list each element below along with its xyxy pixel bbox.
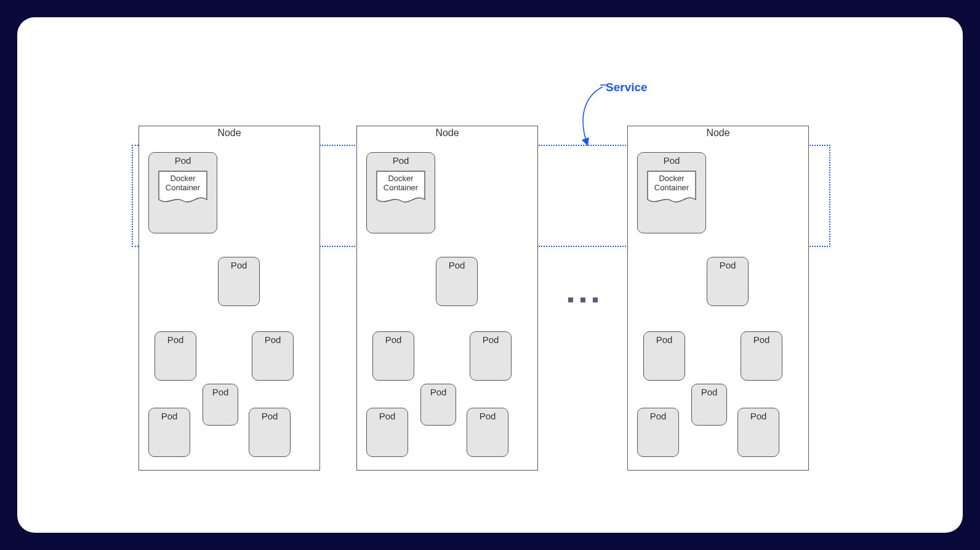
- service-arrow: [572, 84, 609, 152]
- pod: Pod: [249, 408, 291, 457]
- node-title: Node: [357, 127, 537, 139]
- pod: Pod: [637, 408, 679, 457]
- pod-label: Pod: [149, 411, 190, 421]
- pod: Pod: [372, 331, 414, 381]
- pod-label: Pod: [436, 260, 477, 270]
- pod-label: Pod: [249, 411, 290, 421]
- docker-container-label: DockerContainer: [376, 174, 426, 192]
- docker-container-label: DockerContainer: [158, 174, 208, 192]
- pod-label: Pod: [149, 155, 217, 166]
- node: NodePodDockerContainerPodPodPodPodPodPod: [356, 126, 538, 471]
- docker-container: DockerContainer: [158, 170, 208, 206]
- pod-label: Pod: [738, 411, 779, 421]
- node-title: Node: [628, 127, 808, 139]
- pod-label: Pod: [692, 387, 726, 397]
- pod-label: Pod: [203, 387, 238, 397]
- pod: Pod: [741, 331, 782, 381]
- pod: Pod: [467, 408, 508, 457]
- pod-label: Pod: [467, 411, 508, 421]
- node-title: Node: [139, 127, 319, 139]
- pod-label: Pod: [741, 334, 782, 345]
- docker-container: DockerContainer: [646, 170, 697, 206]
- pod: Pod: [366, 408, 408, 457]
- pod: Pod: [203, 384, 238, 426]
- pod-label: Pod: [219, 260, 259, 270]
- pod-label: Pod: [638, 155, 705, 166]
- pod-with-container: PodDockerContainer: [366, 152, 435, 233]
- pod: Pod: [737, 408, 779, 457]
- service-label: Service: [606, 81, 648, 94]
- pod: Pod: [470, 331, 512, 381]
- pod: Pod: [218, 257, 260, 306]
- pod-label: Pod: [367, 155, 435, 166]
- pod-label: Pod: [252, 334, 293, 345]
- pod-label: Pod: [707, 260, 748, 270]
- node: NodePodDockerContainerPodPodPodPodPodPod: [627, 126, 809, 471]
- pod-label: Pod: [373, 334, 414, 345]
- pod-with-container: PodDockerContainer: [637, 152, 706, 233]
- pod: Pod: [691, 384, 727, 426]
- diagram-stage: Service NodePodDockerContainerPodPodPodP…: [17, 17, 963, 533]
- diagram-panel: Service NodePodDockerContainerPodPodPodP…: [17, 17, 963, 533]
- pod: Pod: [420, 384, 456, 426]
- pod: Pod: [707, 257, 749, 306]
- pod: Pod: [155, 331, 196, 381]
- pod-label: Pod: [638, 411, 678, 421]
- outer-frame: Service NodePodDockerContainerPodPodPodP…: [0, 0, 980, 550]
- pod: Pod: [252, 331, 294, 381]
- docker-container: DockerContainer: [376, 170, 426, 206]
- pod-with-container: PodDockerContainer: [148, 152, 217, 233]
- pod-label: Pod: [421, 387, 456, 397]
- ellipsis-icon: [568, 297, 598, 302]
- node: NodePodDockerContainerPodPodPodPodPodPod: [139, 126, 320, 471]
- pod-label: Pod: [470, 334, 511, 345]
- pod: Pod: [148, 408, 190, 457]
- pod: Pod: [643, 331, 685, 381]
- pod-label: Pod: [155, 334, 196, 345]
- docker-container-label: DockerContainer: [646, 174, 697, 192]
- pod-label: Pod: [644, 334, 685, 345]
- pod-label: Pod: [367, 411, 408, 421]
- pod: Pod: [436, 257, 478, 306]
